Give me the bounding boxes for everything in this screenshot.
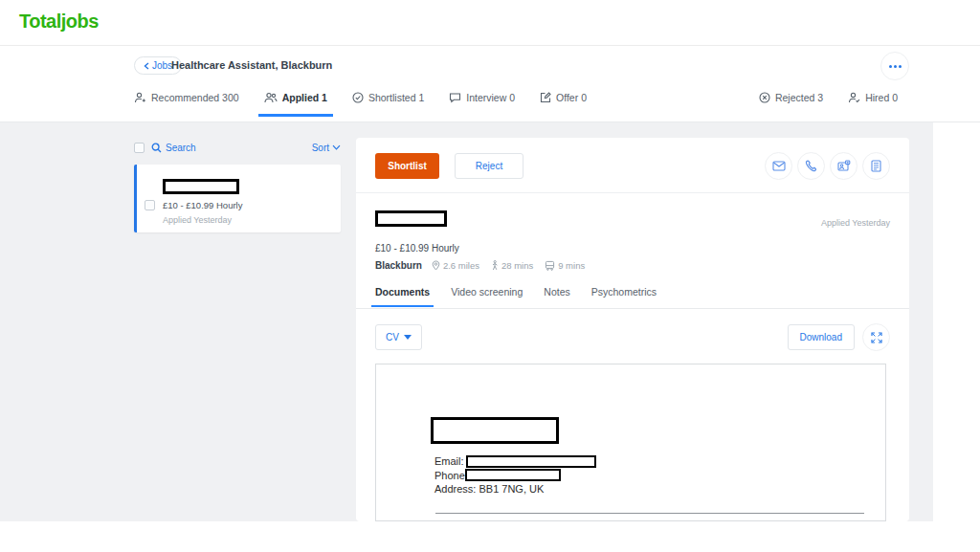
contact-action-icons xyxy=(765,152,890,180)
cv-email-redacted xyxy=(466,455,596,468)
tab-shortlisted[interactable]: Shortlisted 1 xyxy=(352,92,424,117)
cv-phone-label: Phone xyxy=(434,469,465,483)
pipeline-tabs-terminal: Rejected 3 Hired 0 xyxy=(759,92,898,117)
mail-icon xyxy=(772,161,786,171)
candidate-salary: £10 - £10.99 Hourly xyxy=(163,200,242,210)
cv-phone-redacted xyxy=(465,469,561,481)
tab-interview[interactable]: Interview 0 xyxy=(449,92,515,117)
x-circle-icon xyxy=(759,92,770,103)
tab-offer[interactable]: Offer 0 xyxy=(540,92,587,117)
chevron-left-icon xyxy=(144,62,149,70)
candidate-name-redacted xyxy=(163,179,239,194)
page-title: Healthcare Assistant, Blackburn xyxy=(171,59,332,71)
detail-salary: £10 - £10.99 Hourly xyxy=(375,243,459,254)
download-button[interactable]: Download xyxy=(788,324,855,350)
more-actions-button[interactable] xyxy=(880,52,909,80)
check-circle-icon xyxy=(352,92,364,103)
phone-icon xyxy=(805,160,817,172)
tab-applied[interactable]: Applied 1 xyxy=(264,92,327,117)
tab-rejected[interactable]: Rejected 3 xyxy=(759,92,823,117)
cv-document-viewer[interactable]: Email: Phone Address: BB1 7NG, UK xyxy=(375,364,886,521)
location-city: Blackburn xyxy=(375,260,422,271)
person-check-icon xyxy=(848,92,860,103)
person-add-icon xyxy=(134,92,146,103)
tab-hired[interactable]: Hired 0 xyxy=(848,92,898,117)
edit-square-icon xyxy=(540,92,551,103)
cv-email-label: Email: xyxy=(434,454,464,469)
brand-logo: Totaljobs xyxy=(19,11,99,33)
cv-section-divider xyxy=(435,513,864,514)
document-type-dropdown[interactable]: CV xyxy=(375,324,422,350)
people-icon xyxy=(264,92,278,103)
back-button-label: Jobs xyxy=(152,60,172,71)
candidate-detail-panel: Shortlist Reject Applied Yesterday £10 -… xyxy=(356,138,909,521)
top-divider xyxy=(0,45,980,46)
panel-divider xyxy=(356,192,909,193)
action-button-row: Shortlist Reject xyxy=(375,152,890,180)
profile-badge-icon xyxy=(837,160,851,172)
map-pin-icon xyxy=(432,260,440,271)
walk-time-metric: 28 mins xyxy=(491,260,533,271)
chat-icon xyxy=(449,92,461,103)
reject-button[interactable]: Reject xyxy=(455,153,523,179)
detail-tabs: Documents Video screening Notes Psychome… xyxy=(375,286,657,307)
select-all-checkbox[interactable] xyxy=(134,143,145,153)
detail-applied-date: Applied Yesterday xyxy=(821,218,890,228)
transit-time-metric: 9 mins xyxy=(545,260,585,271)
distance-metric: 2.6 miles xyxy=(432,260,479,271)
sort-dropdown[interactable]: Sort xyxy=(312,143,341,153)
profile-button[interactable] xyxy=(830,152,858,180)
fullscreen-button[interactable] xyxy=(862,323,890,351)
search-icon xyxy=(151,143,162,153)
candidate-list-toolbar: Search Sort xyxy=(134,140,341,155)
chevron-down-icon xyxy=(332,144,341,150)
tab-recommended[interactable]: Recommended 300 xyxy=(134,92,239,117)
tab-psychometrics[interactable]: Psychometrics xyxy=(591,286,657,307)
ellipsis-icon xyxy=(889,65,892,68)
chevron-down-icon xyxy=(404,335,412,340)
detail-name-redacted xyxy=(375,210,447,227)
call-button[interactable] xyxy=(797,152,825,180)
candidate-list-item[interactable]: £10 - £10.99 Hourly Applied Yesterday xyxy=(134,165,341,232)
candidate-applied-date: Applied Yesterday xyxy=(163,215,232,225)
cv-name-redacted xyxy=(431,417,559,444)
tabs-divider xyxy=(356,308,909,309)
expand-icon xyxy=(871,332,882,343)
cv-toolbar: CV Download xyxy=(375,323,890,351)
tab-video-screening[interactable]: Video screening xyxy=(451,286,523,307)
search-button[interactable]: Search xyxy=(151,143,196,153)
document-icon xyxy=(871,160,881,172)
pipeline-tabs: Recommended 300 Applied 1 Shortlisted 1 … xyxy=(134,92,587,117)
candidate-checkbox[interactable] xyxy=(145,200,155,210)
notes-button[interactable] xyxy=(862,152,890,180)
cv-contact-block: Email: Phone Address: BB1 7NG, UK xyxy=(434,454,596,497)
cv-address-label: Address: BB1 7NG, UK xyxy=(434,482,544,497)
tab-notes[interactable]: Notes xyxy=(544,286,569,307)
tab-documents[interactable]: Documents xyxy=(375,286,430,307)
walk-icon xyxy=(491,260,499,271)
email-button[interactable] xyxy=(765,152,792,180)
shortlist-button[interactable]: Shortlist xyxy=(375,153,439,179)
bus-icon xyxy=(545,260,555,271)
location-row: Blackburn 2.6 miles 28 mins 9 mins xyxy=(375,260,590,271)
